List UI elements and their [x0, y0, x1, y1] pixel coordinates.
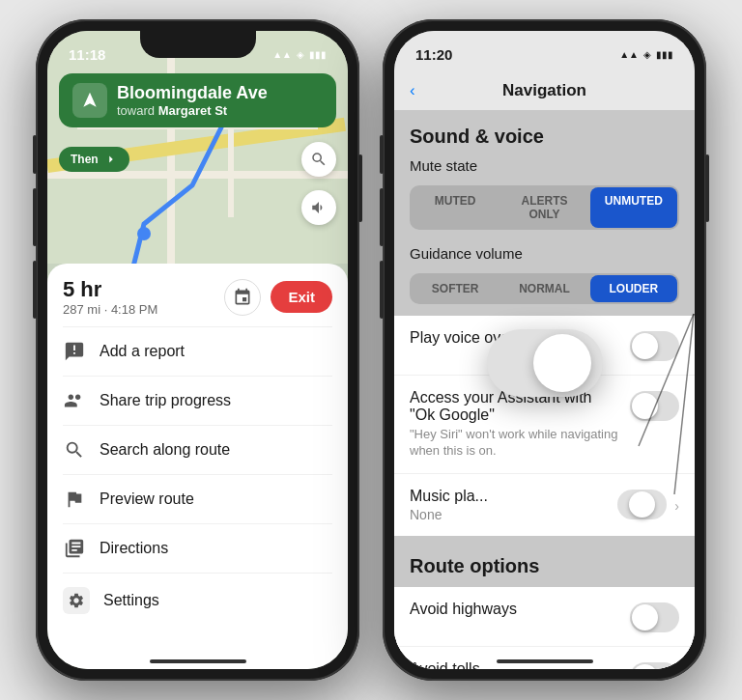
exit-button[interactable]: Exit [271, 281, 332, 313]
page-title: Navigation [502, 81, 586, 100]
bluetooth-toggle-thumb [632, 333, 658, 359]
music-toggle-thumb [629, 491, 655, 518]
mute-segmented-control[interactable]: MUTED ALERTS ONLY UNMUTED [410, 185, 679, 230]
menu-label-report: Add a report [100, 343, 185, 360]
status-time-2: 11:20 [415, 46, 452, 63]
music-player-toggle[interactable] [617, 490, 667, 519]
music-player-title: Music pla... [410, 488, 608, 505]
ok-google-toggle-thumb [632, 393, 658, 419]
menu-label-directions: Directions [100, 540, 168, 557]
menu-item-directions[interactable]: Directions [47, 524, 348, 573]
volume-button[interactable] [301, 190, 336, 225]
menu-label-share: Share trip progress [100, 392, 231, 409]
nav-banner: Bloomingdale Ave toward Margaret St [59, 73, 336, 127]
nav-direction-icon [72, 83, 107, 118]
map-search-button[interactable] [301, 142, 336, 177]
route-options-card: Avoid highways Avoid tolls [394, 587, 695, 669]
menu-item-preview[interactable]: Preview route [47, 475, 348, 523]
music-player-value: None [410, 507, 608, 522]
navigation-settings-screen: 11:20 ▲▲ ◈ ▮▮▮ ‹ Navigation Sou [394, 31, 695, 669]
svg-point-0 [137, 227, 151, 240]
then-button[interactable]: Then [59, 147, 129, 172]
report-icon [63, 340, 86, 363]
battery-icon: ▮▮▮ [309, 49, 327, 60]
wifi-icon: ◈ [297, 49, 304, 60]
volume-up-button [33, 188, 37, 246]
menu-item-share[interactable]: Share trip progress [47, 377, 348, 425]
signal-icon-2: ▲▲ [619, 49, 639, 60]
softer-option[interactable]: SOFTER [412, 275, 499, 302]
trip-details: 287 mi · 4:18 PM [63, 302, 157, 317]
unmuted-option[interactable]: UNMUTED [590, 187, 677, 228]
status-bar-1: 11:18 ▲▲ ◈ ▮▮▮ [47, 31, 348, 73]
nav-text: Bloomingdale Ave toward Margaret St [117, 83, 323, 118]
louder-option[interactable]: LOUDER [590, 275, 677, 302]
phone-2-screen: 11:20 ▲▲ ◈ ▮▮▮ ‹ Navigation Sou [394, 31, 695, 669]
music-player-text: Music pla... None [410, 488, 617, 522]
status-icons-2: ▲▲ ◈ ▮▮▮ [619, 49, 673, 60]
sound-voice-section: Sound & voice [394, 110, 695, 154]
mute-state-label: Mute state [394, 154, 695, 182]
share-icon [63, 389, 86, 412]
silent-switch-2 [380, 135, 384, 174]
avoid-highways-label: Avoid highways [410, 601, 517, 618]
trip-actions: Exit [224, 279, 332, 316]
bluetooth-toggle[interactable] [630, 331, 679, 361]
phone-1-screen: 11:18 ▲▲ ◈ ▮▮▮ [47, 31, 348, 669]
route-options-section: Route options [394, 540, 695, 583]
ok-google-subtitle: "Hey Siri" won't work while navigating w… [410, 427, 620, 460]
trip-header: 5 hr 287 mi · 4:18 PM Exit [47, 264, 348, 326]
avoid-tolls-label: Avoid tolls [410, 660, 480, 669]
route-options-button[interactable] [224, 279, 261, 316]
silent-switch [33, 135, 37, 174]
nav-toward: toward Margaret St [117, 103, 323, 118]
chevron-right-icon: › [674, 498, 679, 514]
search-route-icon [63, 438, 86, 462]
home-indicator-1 [150, 659, 246, 663]
phone-1: 11:18 ▲▲ ◈ ▮▮▮ [36, 19, 359, 681]
back-button[interactable]: ‹ [410, 81, 415, 100]
ok-google-toggle[interactable] [630, 391, 679, 421]
home-indicator-2 [497, 659, 593, 663]
menu-label-preview: Preview route [100, 490, 194, 508]
toggle-zoom-overlay [487, 329, 603, 397]
trip-duration: 5 hr [63, 277, 157, 302]
avoid-highways-row: Avoid highways [394, 587, 695, 647]
muted-option[interactable]: MUTED [412, 187, 499, 228]
guidance-segmented-control[interactable]: SOFTER NORMAL LOUDER [410, 273, 679, 304]
battery-icon-2: ▮▮▮ [656, 49, 673, 60]
ok-google-setting-text: Access your Assistant with "Ok Google" "… [410, 389, 630, 460]
menu-label-search-route: Search along route [100, 441, 230, 459]
menu-item-report[interactable]: Add a report [47, 327, 348, 376]
nav-street: Bloomingdale Ave [117, 83, 323, 103]
directions-icon [63, 537, 86, 560]
power-button-2 [705, 154, 709, 222]
volume-down-button [33, 261, 37, 319]
normal-option[interactable]: NORMAL [500, 275, 587, 302]
status-bar-2: 11:20 ▲▲ ◈ ▮▮▮ [394, 31, 695, 73]
volume-up-button-2 [380, 188, 384, 246]
avoid-tolls-toggle[interactable] [630, 662, 679, 669]
settings-header: ‹ Navigation [394, 73, 695, 110]
music-player-setting-row: Music pla... None › [394, 474, 695, 536]
trip-info: 5 hr 287 mi · 4:18 PM [63, 277, 157, 317]
power-button [358, 154, 362, 222]
preview-route-icon [63, 488, 86, 511]
status-icons-1: ▲▲ ◈ ▮▮▮ [272, 49, 327, 60]
avoid-highways-toggle[interactable] [630, 602, 679, 632]
status-time-1: 11:18 [69, 46, 105, 63]
wifi-icon-2: ◈ [643, 49, 651, 60]
toggle-zoom-thumb [533, 334, 591, 392]
phone-2: 11:20 ▲▲ ◈ ▮▮▮ ‹ Navigation Sou [383, 19, 706, 681]
bottom-panel: 5 hr 287 mi · 4:18 PM Exit [47, 264, 348, 669]
phones-container: 11:18 ▲▲ ◈ ▮▮▮ [16, 0, 726, 700]
guidance-volume-label: Guidance volume [394, 241, 695, 269]
gear-icon [63, 587, 90, 614]
volume-down-button-2 [380, 261, 384, 319]
alerts-only-option[interactable]: ALERTS ONLY [500, 187, 587, 228]
settings-label: Settings [103, 592, 159, 609]
signal-icon: ▲▲ [272, 49, 292, 60]
menu-item-settings[interactable]: Settings [47, 574, 348, 628]
avoid-tolls-row: Avoid tolls [394, 647, 695, 669]
menu-item-search-route[interactable]: Search along route [47, 426, 348, 474]
